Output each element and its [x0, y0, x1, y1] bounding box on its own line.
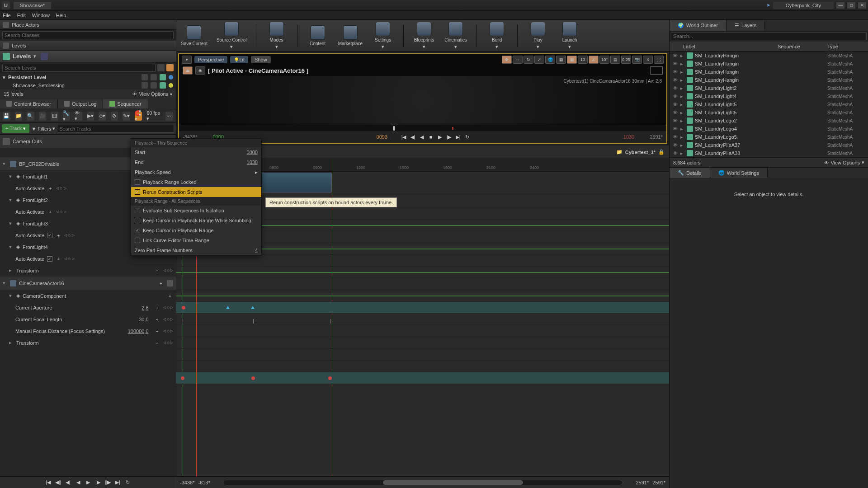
- visibility-icon[interactable]: 👁: [670, 77, 680, 83]
- tb-build[interactable]: Build ▾: [486, 22, 508, 50]
- vp-play-rev[interactable]: ◀: [418, 134, 425, 140]
- levels-view-options[interactable]: View Options▾: [132, 91, 172, 97]
- tb-launch[interactable]: Launch ▾: [558, 22, 581, 50]
- vp-camera-speed-icon[interactable]: 📷: [632, 56, 642, 64]
- menu-help[interactable]: Help: [56, 13, 66, 18]
- tb-sourcecontrol[interactable]: Source Control ▾: [217, 22, 247, 50]
- fl4-checkbox[interactable]: ✓: [47, 256, 52, 262]
- play-button[interactable]: ▶: [84, 479, 92, 486]
- seq-save-icon[interactable]: 💾: [3, 112, 10, 121]
- dd-locked[interactable]: Playback Range Locked: [131, 177, 261, 187]
- seq-fps[interactable]: 60 fps ▾: [146, 110, 161, 122]
- seq-find-icon[interactable]: 📁: [15, 112, 23, 121]
- search-classes-input[interactable]: [2, 31, 174, 39]
- visibility-icon[interactable]: 👁: [670, 102, 680, 107]
- vp-angle-icon[interactable]: ∠: [589, 56, 599, 64]
- outliner-row[interactable]: 👁▸SM_LaundryLogo4StaticMeshA: [670, 125, 868, 133]
- tl-view-end[interactable]: 2591*: [636, 480, 649, 485]
- vp-camera-speed[interactable]: 4: [643, 56, 653, 64]
- menu-file[interactable]: File: [3, 13, 11, 18]
- vp-scale-icon[interactable]: ⤢: [534, 56, 544, 64]
- tb-save[interactable]: Save Current: [181, 25, 208, 46]
- level-child[interactable]: Showcase_Setdressing: [0, 81, 176, 89]
- level-game-icon[interactable]: [151, 74, 157, 80]
- vp-layout-icon[interactable]: [650, 66, 663, 75]
- tab-sequencer[interactable]: Sequencer: [103, 99, 148, 108]
- play-reverse-button[interactable]: ◀: [74, 479, 82, 486]
- outliner-col-type[interactable]: Type: [827, 44, 868, 49]
- outliner-row[interactable]: 👁▸SM_LaundryPileA38StaticMeshA: [670, 149, 868, 157]
- menu-edit[interactable]: Edit: [17, 13, 26, 18]
- level-game-icon[interactable]: [151, 82, 157, 89]
- dd-scrub[interactable]: Keep Cursor in Playback Range While Scru…: [131, 216, 261, 225]
- seq-curve-icon[interactable]: 〰: [165, 112, 173, 121]
- vp-surface-icon[interactable]: ▦: [556, 56, 566, 64]
- vp-lit[interactable]: 💡Lit: [230, 56, 248, 63]
- level-color-icon[interactable]: [169, 75, 173, 80]
- level-eye-icon[interactable]: [142, 74, 148, 80]
- outliner-row[interactable]: 👁▸SM_LaundryHanginStaticMeshA: [670, 60, 868, 68]
- track-cam-transform[interactable]: ▸Transform+◁ ◇ ▷: [0, 337, 176, 349]
- dd-keep[interactable]: Keep Cursor in Playback Range: [131, 225, 261, 235]
- vp-seekbar[interactable]: [179, 125, 666, 131]
- levels-dropdown-icon[interactable]: ▾: [33, 53, 36, 59]
- seq-wrench-icon[interactable]: 🔧▾: [63, 112, 71, 121]
- outliner-search-input[interactable]: [671, 32, 867, 40]
- vp-goto-start[interactable]: |◀: [400, 134, 407, 140]
- track-camera-component[interactable]: ▾◈CameraComponent+: [0, 290, 176, 302]
- level-eye-icon[interactable]: [142, 82, 148, 89]
- visibility-icon[interactable]: 👁: [670, 126, 680, 131]
- track-transform[interactable]: ▸Transform+◁ ◇ ▷: [0, 265, 176, 277]
- tab-output-log[interactable]: Output Log: [58, 99, 103, 108]
- search-levels-input[interactable]: [2, 64, 156, 72]
- vp-goto-end[interactable]: ▶|: [454, 134, 462, 140]
- visibility-icon[interactable]: 👁: [670, 150, 680, 156]
- outliner-row[interactable]: 👁▸SM_LaundryPileA37StaticMeshA: [670, 141, 868, 149]
- seq-snap-icon[interactable]: 🧲▾: [135, 112, 142, 121]
- track-camera[interactable]: ▾ CineCameraActor16+: [0, 277, 176, 290]
- vp-rotate-icon[interactable]: ↻: [524, 56, 533, 64]
- level-persistent[interactable]: ▾Persistent Level: [0, 73, 176, 81]
- tab-world-settings[interactable]: 🌐World Settings: [710, 168, 768, 178]
- minimize-button[interactable]: —: [836, 2, 844, 9]
- vp-show[interactable]: Show: [251, 56, 271, 63]
- tl-view-start[interactable]: -613*: [198, 480, 210, 485]
- levels-summon-icon[interactable]: [41, 53, 48, 60]
- title-tab[interactable]: Showcase*: [14, 2, 51, 9]
- tab-world-outliner[interactable]: 🌍World Outliner: [670, 20, 726, 31]
- vp-scale-snap-icon[interactable]: ▤: [610, 56, 620, 64]
- vp-globe-icon[interactable]: 🌐: [545, 56, 555, 64]
- outliner-row[interactable]: 👁▸SM_LaundryHanginStaticMeshA: [670, 68, 868, 76]
- visibility-icon[interactable]: 👁: [670, 61, 680, 66]
- level-color-icon[interactable]: [169, 83, 173, 88]
- loop-button[interactable]: ↻: [124, 479, 132, 486]
- tb-cinematics[interactable]: Cinematics ▾: [444, 22, 467, 50]
- fl3-checkbox[interactable]: ✓: [47, 233, 52, 238]
- seq-eye-icon[interactable]: 👁▾: [75, 112, 82, 121]
- tb-settings[interactable]: Settings ▾: [372, 22, 394, 50]
- outliner-view-options[interactable]: View Options▾: [824, 160, 864, 165]
- levels-add-icon[interactable]: [166, 64, 174, 71]
- seq-file-name[interactable]: Cybertest_1*: [625, 150, 656, 155]
- dd-start[interactable]: Start0000: [131, 147, 261, 157]
- vp-select-icon[interactable]: ✥: [502, 56, 512, 64]
- visibility-icon[interactable]: 👁: [670, 94, 680, 99]
- seq-key-icon[interactable]: ◇▾: [99, 112, 106, 121]
- vp-pilot-icon[interactable]: ◉: [195, 66, 205, 75]
- vp-snap-grid[interactable]: 10: [578, 56, 588, 64]
- outliner-row[interactable]: 👁▸SM_LaundryLight5StaticMeshA: [670, 100, 868, 108]
- visibility-icon[interactable]: 👁: [670, 53, 680, 58]
- tb-blueprints[interactable]: Blueprints ▾: [413, 22, 435, 50]
- levels-panel-header[interactable]: Levels: [0, 41, 176, 51]
- seq-edit-icon[interactable]: ✎▾: [123, 112, 130, 121]
- seq-play-icon[interactable]: ▶▾: [87, 112, 94, 121]
- levels-search-opt-icon[interactable]: [157, 64, 165, 71]
- place-actors-header[interactable]: Place Actors: [0, 20, 176, 30]
- seq-breadcrumb-icon[interactable]: 📁: [616, 149, 623, 155]
- step-back-button[interactable]: ◀|: [64, 479, 72, 486]
- seq-search-icon[interactable]: 🔍: [27, 112, 34, 121]
- camera-pilot-icon[interactable]: [167, 280, 173, 286]
- tl-start[interactable]: -3438*: [180, 480, 194, 485]
- track-aperture[interactable]: Current Aperture2,8+◁ ◇ ▷: [0, 302, 176, 314]
- visibility-icon[interactable]: 👁: [670, 134, 680, 140]
